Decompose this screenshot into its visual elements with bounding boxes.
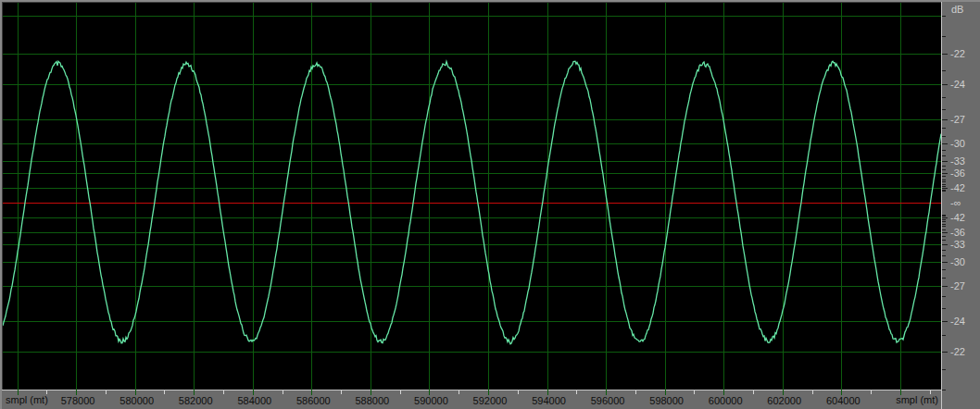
window-border-top [0, 0, 980, 2]
waveform-display[interactable] [2, 2, 941, 390]
sample-ruler[interactable] [0, 390, 941, 409]
db-ruler[interactable] [941, 0, 980, 409]
audio-waveform-window: dB smpl (mt) smpl (mt) 57800058000058200… [0, 0, 980, 409]
window-border-left [0, 0, 2, 409]
